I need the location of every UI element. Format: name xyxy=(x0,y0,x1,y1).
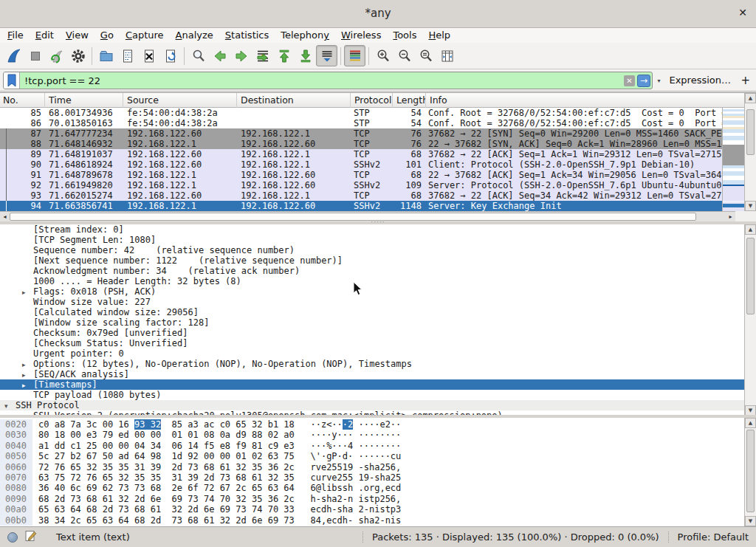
go-last-packet-icon[interactable] xyxy=(295,45,316,66)
detail-line[interactable]: ▸[SEQ/ACK analysis] xyxy=(0,369,744,379)
packet-row[interactable]: 91 71.648789678 192.168.122.1 192.168.12… xyxy=(0,170,722,180)
restart-capture-icon[interactable] xyxy=(46,45,67,66)
expression-button[interactable]: Expression… xyxy=(669,69,731,92)
resize-columns-icon[interactable] xyxy=(436,45,458,66)
go-forward-icon[interactable] xyxy=(230,45,252,66)
detail-line[interactable]: TCP payload (1080 bytes) xyxy=(0,390,744,400)
capture-comment-icon[interactable] xyxy=(25,530,37,544)
menu-item[interactable]: Statistics xyxy=(219,28,275,43)
menu-item[interactable]: Go xyxy=(94,28,120,43)
open-file-icon[interactable] xyxy=(95,45,117,66)
menu-item[interactable]: Capture xyxy=(120,28,170,43)
expand-arrow-icon[interactable]: ▸ xyxy=(22,287,33,297)
hex-row[interactable]: 00b038 34 2c 65 63 64 68 2d 73 68 61 32 … xyxy=(0,515,744,526)
column-header-source[interactable]: Source xyxy=(123,93,237,108)
packet-list-minimap[interactable] xyxy=(722,108,744,211)
menu-item[interactable]: File xyxy=(1,28,30,43)
detail-line[interactable]: [Stream index: 0] xyxy=(0,224,744,235)
packet-row[interactable]: 86 70.013850163 fe:54:00:d4:38:2a STP 54… xyxy=(0,118,722,128)
details-vscrollbar[interactable]: ▲ ▼ xyxy=(744,224,756,416)
find-packet-icon[interactable] xyxy=(188,45,209,66)
go-back-icon[interactable] xyxy=(209,45,230,66)
hex-row[interactable]: 0020c0 a8 7a 3c 00 16 93 32 85 a3 ac c0 … xyxy=(0,419,744,430)
expert-info-icon[interactable] xyxy=(7,532,18,543)
go-to-packet-icon[interactable] xyxy=(252,45,273,66)
detail-line[interactable]: ▸Options: (12 bytes), No-Operation (NOP)… xyxy=(0,359,744,369)
menu-item[interactable]: Edit xyxy=(30,28,60,43)
auto-scroll-toggle-icon[interactable] xyxy=(316,45,337,66)
detail-line[interactable]: [Checksum Status: Unverified] xyxy=(0,338,744,348)
packet-row[interactable]: 88 71.648146932 192.168.122.1 192.168.12… xyxy=(0,139,722,149)
menu-item[interactable]: Tools xyxy=(387,28,422,43)
column-header-protocol[interactable]: Protocol xyxy=(351,93,393,108)
packet-row[interactable]: 85 68.001734936 fe:54:00:d4:38:2a STP 54… xyxy=(0,108,722,118)
packet-row[interactable]: 93 71.662015274 192.168.122.60 192.168.1… xyxy=(0,190,722,201)
scroll-up-icon[interactable]: ▲ xyxy=(745,418,756,428)
detail-line[interactable]: Urgent pointer: 0 xyxy=(0,348,744,359)
filter-apply-icon[interactable]: → xyxy=(637,75,650,87)
hex-row[interactable]: 009068 2d 73 68 61 32 2d 6e 69 73 74 70 … xyxy=(0,494,744,504)
detail-line[interactable]: ▾SSH Protocol xyxy=(0,400,744,410)
detail-line[interactable]: Window size value: 227 xyxy=(0,297,744,307)
hex-vscrollbar[interactable]: ▲ ▼ xyxy=(744,418,756,526)
expand-arrow-icon[interactable]: ▸ xyxy=(22,370,33,380)
detail-line[interactable]: Sequence number: 42 (relative sequence n… xyxy=(0,245,744,255)
detail-line[interactable]: ▸[Timestamps] xyxy=(0,379,744,390)
colorize-toggle-icon[interactable] xyxy=(344,45,365,66)
detail-line[interactable]: [TCP Segment Len: 1080] xyxy=(0,235,744,245)
hex-row[interactable]: 0040a1 dd c1 25 00 00 04 34 06 14 f5 e8 … xyxy=(0,441,744,451)
detail-line[interactable]: [Next sequence number: 1122 (relative se… xyxy=(0,255,744,266)
menu-item[interactable]: View xyxy=(60,28,94,43)
column-header-info[interactable]: Info xyxy=(426,93,744,108)
expand-arrow-icon[interactable]: ▸ xyxy=(22,380,33,391)
detail-line[interactable]: 1000 .... = Header Length: 32 bytes (8) xyxy=(0,276,744,286)
scroll-down-icon[interactable]: ▼ xyxy=(745,201,756,211)
scroll-down-icon[interactable]: ▼ xyxy=(745,405,756,416)
packet-row[interactable]: 89 71.648191037 192.168.122.60 192.168.1… xyxy=(0,149,722,159)
go-first-packet-icon[interactable] xyxy=(273,45,295,66)
menu-item[interactable]: Telephony xyxy=(275,28,335,43)
hex-row[interactable]: 00a065 63 64 68 2d 73 68 61 32 2d 6e 69 … xyxy=(0,504,744,515)
packet-list-hscrollbar[interactable]: ◂ ▸ xyxy=(0,211,735,221)
packet-row[interactable]: 87 71.647777234 192.168.122.60 192.168.1… xyxy=(0,128,722,139)
hex-row[interactable]: 006072 76 65 32 35 35 31 39 2d 73 68 61 … xyxy=(0,462,744,472)
close-file-icon[interactable] xyxy=(138,45,159,66)
detail-line[interactable]: ▸Flags: 0x018 (PSH, ACK) xyxy=(0,286,744,297)
packet-row[interactable]: 94 71.663856741 192.168.122.1 192.168.12… xyxy=(0,201,722,211)
scroll-up-icon[interactable]: ▲ xyxy=(745,224,756,235)
zoom-out-icon[interactable] xyxy=(394,45,415,66)
filter-dropdown-icon[interactable]: ▾ xyxy=(654,72,664,89)
filter-bookmark-icon[interactable] xyxy=(4,72,20,89)
stop-capture-icon[interactable] xyxy=(24,45,46,66)
reload-file-icon[interactable] xyxy=(159,45,181,66)
detail-line[interactable]: [Calculated window size: 29056] xyxy=(0,307,744,317)
expand-arrow-icon[interactable]: ▸ xyxy=(22,359,33,370)
packet-row[interactable]: 90 71.648618924 192.168.122.60 192.168.1… xyxy=(0,159,722,170)
scroll-thumb[interactable] xyxy=(746,238,755,314)
packet-list-vscrollbar[interactable]: ▲ ▼ xyxy=(744,93,756,211)
scroll-down-icon[interactable]: ▼ xyxy=(745,516,756,526)
window-close-button[interactable]: ✕ xyxy=(738,7,747,18)
hex-row[interactable]: 008036 40 6c 69 62 73 73 68 2e 6f 72 67 … xyxy=(0,483,744,493)
scroll-up-icon[interactable]: ▲ xyxy=(745,93,756,103)
profile-button[interactable]: Profile: Default xyxy=(668,531,756,543)
menu-item[interactable]: Analyze xyxy=(170,28,219,43)
column-header-length[interactable]: Length xyxy=(393,93,426,108)
menu-item[interactable]: Wireless xyxy=(335,28,387,43)
scroll-left-icon[interactable]: ◂ xyxy=(0,212,10,221)
packet-row[interactable]: 92 71.661949820 192.168.122.1 192.168.12… xyxy=(0,180,722,190)
scroll-thumb[interactable] xyxy=(746,430,755,512)
detail-line[interactable]: Checksum: 0x79ed [unverified] xyxy=(0,328,744,338)
menu-item[interactable]: Help xyxy=(422,28,456,43)
expand-arrow-icon[interactable]: ▾ xyxy=(4,401,16,411)
scroll-thumb[interactable] xyxy=(746,109,755,155)
zoom-in-icon[interactable] xyxy=(372,45,394,66)
capture-options-icon[interactable] xyxy=(67,45,89,66)
detail-line[interactable]: [Window size scaling factor: 128] xyxy=(0,317,744,328)
column-header-time[interactable]: Time xyxy=(45,93,123,108)
save-file-icon[interactable] xyxy=(117,45,138,66)
scroll-thumb[interactable] xyxy=(10,213,696,221)
column-header-destination[interactable]: Destination xyxy=(237,93,351,108)
zoom-original-icon[interactable] xyxy=(415,45,436,66)
start-capture-icon[interactable] xyxy=(3,45,24,66)
